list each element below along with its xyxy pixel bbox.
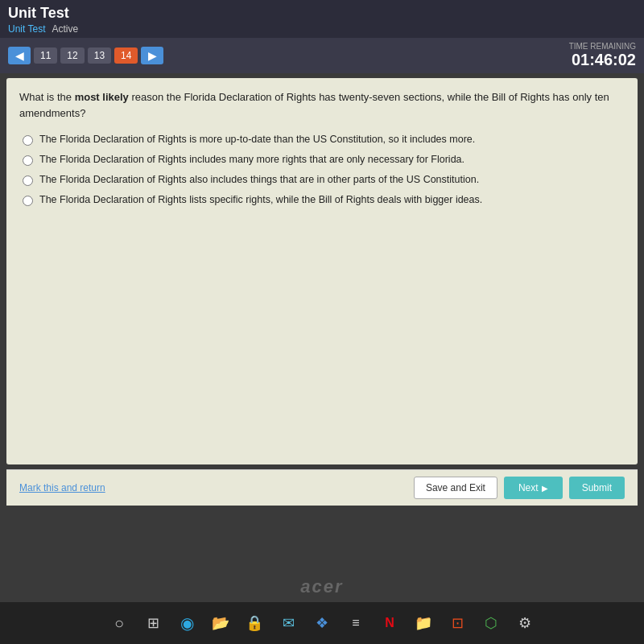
- page-navigation: ◀ 11 12 13 14 ▶: [8, 47, 163, 64]
- answer-text-2: The Florida Declaration of Rights includ…: [39, 154, 464, 165]
- question-container: What is the most likely reason the Flori…: [6, 78, 638, 464]
- page-13-button[interactable]: 13: [88, 47, 111, 64]
- answer-text-1: The Florida Declaration of Rights is mor…: [39, 134, 475, 145]
- answer-options: The Florida Declaration of Rights is mor…: [23, 134, 625, 206]
- question-text: What is the most likely reason the Flori…: [19, 89, 625, 121]
- answer-text-3: The Florida Declaration of Rights also i…: [39, 174, 479, 185]
- taskbar-settings-icon[interactable]: ⚙: [514, 612, 536, 634]
- taskbar-folder-icon[interactable]: 📂: [209, 612, 232, 634]
- page-title: Unit Test: [8, 5, 636, 22]
- answer-option-4[interactable]: The Florida Declaration of Rights lists …: [23, 194, 625, 206]
- answer-radio-1[interactable]: [23, 135, 33, 146]
- answer-radio-2[interactable]: [23, 155, 33, 166]
- answer-text-4: The Florida Declaration of Rights lists …: [39, 194, 482, 205]
- time-display: TIME REMAINING 01:46:02: [569, 42, 636, 69]
- page-14-button[interactable]: 14: [114, 47, 138, 64]
- taskbar-folder2-icon[interactable]: 📁: [412, 612, 435, 634]
- taskbar-lock-icon[interactable]: 🔒: [243, 612, 266, 634]
- footer-bar: Mark this and return Save and Exit Next …: [6, 469, 638, 506]
- page-12-button[interactable]: 12: [60, 47, 84, 64]
- save-exit-button[interactable]: Save and Exit: [414, 477, 497, 499]
- taskbar-green-icon[interactable]: ⬡: [480, 612, 502, 634]
- answer-option-3[interactable]: The Florida Declaration of Rights also i…: [23, 174, 625, 186]
- taskbar-dash-icon[interactable]: ≡: [345, 612, 367, 634]
- answer-radio-3[interactable]: [23, 175, 33, 186]
- question-text-before: What is the: [19, 91, 75, 103]
- taskbar-edge-icon[interactable]: ◉: [175, 612, 198, 634]
- footer-buttons: Save and Exit Next Submit: [414, 477, 625, 499]
- taskbar-netflix-icon[interactable]: N: [378, 612, 401, 634]
- submit-button[interactable]: Submit: [569, 477, 625, 499]
- prev-page-button[interactable]: ◀: [8, 47, 31, 64]
- next-button[interactable]: Next: [504, 477, 563, 499]
- taskbar-grid-icon[interactable]: ⊞: [142, 612, 164, 634]
- time-value: 01:46:02: [569, 51, 636, 69]
- page-11-button[interactable]: 11: [34, 47, 57, 64]
- breadcrumb-link[interactable]: Unit Test: [8, 23, 45, 35]
- taskbar-office-icon[interactable]: ⊡: [446, 612, 469, 634]
- time-label: TIME REMAINING: [569, 42, 636, 51]
- status-badge: Active: [52, 23, 78, 35]
- answer-radio-4[interactable]: [23, 196, 33, 206]
- taskbar: ○ ⊞ ◉ 📂 🔒 ✉ ❖ ≡ N 📁 ⊡ ⬡ ⚙: [0, 602, 644, 644]
- next-page-button[interactable]: ▶: [141, 47, 163, 64]
- answer-option-2[interactable]: The Florida Declaration of Rights includ…: [23, 154, 625, 166]
- question-bold-text: most likely: [75, 91, 129, 103]
- taskbar-mail-icon[interactable]: ✉: [277, 612, 299, 634]
- taskbar-dropbox-icon[interactable]: ❖: [311, 612, 333, 634]
- breadcrumb: Unit Test Active: [8, 23, 636, 35]
- taskbar-circle-icon[interactable]: ○: [108, 612, 130, 634]
- answer-option-1[interactable]: The Florida Declaration of Rights is mor…: [23, 134, 625, 146]
- top-bar: Unit Test Unit Test Active: [0, 0, 644, 38]
- mark-return-link[interactable]: Mark this and return: [19, 482, 105, 493]
- acer-brand: acer: [300, 576, 343, 597]
- navigation-bar: ◀ 11 12 13 14 ▶ TIME REMAINING 01:46:02: [0, 38, 644, 73]
- spacer: [19, 206, 625, 270]
